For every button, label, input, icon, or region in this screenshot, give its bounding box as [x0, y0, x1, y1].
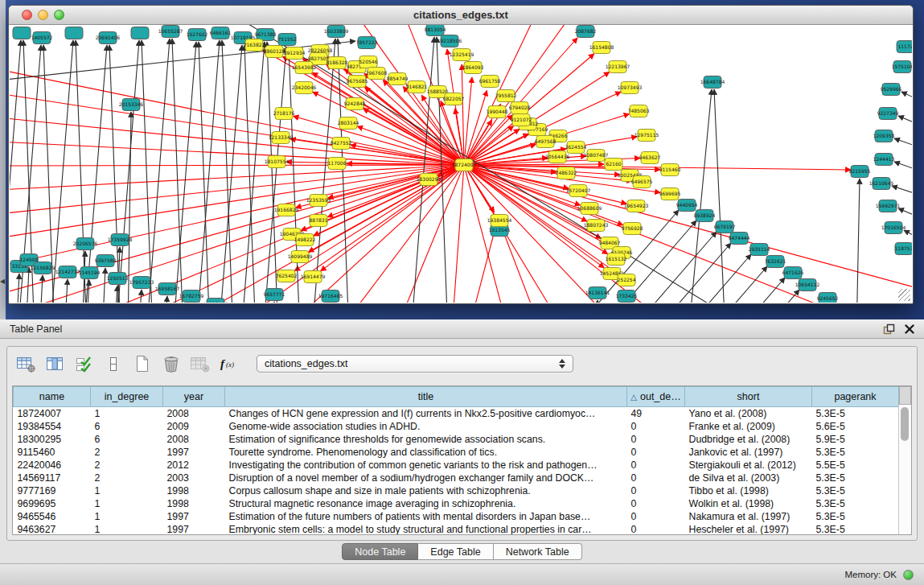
table-cell[interactable]: 0 — [627, 523, 685, 535]
graph-node[interactable]: 1527602 — [187, 29, 208, 41]
table-cell[interactable]: 0 — [627, 472, 685, 484]
table-cell[interactable]: 0 — [627, 484, 685, 497]
table-cell[interactable]: 1997 — [163, 523, 225, 535]
graph-node[interactable]: 1615132 — [606, 253, 627, 266]
column-header-out_de[interactable]: △out_de… — [627, 387, 685, 407]
table-cell[interactable]: 0 — [627, 420, 685, 433]
window-close-button[interactable] — [22, 10, 32, 20]
table-cell[interactable]: 18724007 — [14, 407, 91, 421]
tab-network-table[interactable]: Network Table — [494, 543, 582, 560]
graph-node[interactable]: 9440954 — [676, 200, 698, 212]
graph-node[interactable]: 16543982 — [292, 62, 317, 74]
graph-node[interactable]: 6961758 — [479, 76, 501, 88]
table-cell[interactable]: 9465546 — [14, 510, 91, 523]
column-header-short[interactable]: short — [685, 387, 812, 407]
graph-node[interactable]: 10655287 — [158, 26, 183, 38]
table-cell[interactable]: 0 — [627, 497, 685, 510]
table-cell[interactable]: 1 — [91, 407, 163, 421]
table-cell[interactable]: 0 — [627, 446, 685, 459]
graph-node[interactable]: 23420046 — [292, 82, 317, 94]
graph-node[interactable]: 17359928 — [108, 234, 133, 246]
graph-node[interactable]: 18724007 — [452, 159, 477, 171]
table-cell[interactable]: 49 — [627, 407, 685, 421]
graph-node[interactable]: 16958167 — [155, 283, 180, 295]
table-scrollbar[interactable] — [898, 405, 911, 534]
select-columns-button[interactable] — [73, 353, 95, 374]
graph-node[interactable]: 8215955 — [849, 166, 871, 178]
graph-node[interactable]: 12156829 — [31, 262, 55, 274]
graph-node[interactable] — [65, 27, 83, 39]
graph-node[interactable]: 7163822 — [244, 39, 265, 51]
table-cell[interactable]: 0 — [627, 459, 685, 472]
graph-node[interactable]: 10688609 — [577, 203, 602, 215]
table-cell[interactable]: 1 — [91, 484, 163, 497]
table-cell[interactable]: Yano et al. (2008) — [685, 407, 812, 421]
table-cell[interactable]: 19384554 — [14, 420, 91, 433]
table-cell[interactable]: 2 — [91, 446, 163, 459]
graph-node[interactable]: 16154808 — [589, 42, 614, 54]
tab-edge-table[interactable]: Edge Table — [418, 543, 493, 560]
panel-collapse-arrow-icon[interactable]: ◀ — [0, 278, 5, 285]
graph-node[interactable]: 62160 — [605, 159, 622, 171]
graph-node[interactable]: 10973493 — [618, 82, 643, 94]
graph-node[interactable]: 9146821 — [406, 81, 428, 93]
table-cell[interactable]: 9115460 — [14, 446, 91, 459]
table-cell[interactable]: Embryonic stem cells: a model to study s… — [225, 523, 627, 535]
network-graph-canvas[interactable]: 1405572206914061065528715276026466161107… — [10, 25, 912, 303]
table-row[interactable]: 2242004622012Investigating the contribut… — [14, 459, 899, 472]
graph-node[interactable]: 118753 — [895, 243, 912, 255]
table-cell[interactable]: 5.3E-5 — [812, 484, 899, 497]
table-cell[interactable]: Genome-wide association studies in ADHD. — [225, 420, 627, 433]
graph-node[interactable]: 6496575 — [631, 176, 653, 188]
close-panel-icon[interactable] — [905, 324, 914, 334]
import-table-button[interactable] — [189, 353, 211, 374]
graph-node[interactable]: 8813054 — [425, 25, 446, 36]
graph-node[interactable]: 1498222 — [294, 234, 316, 246]
graph-node[interactable]: 14136141 — [585, 287, 610, 299]
tab-node-table[interactable]: Node Table — [342, 543, 418, 560]
column-header-year[interactable]: year — [163, 387, 225, 407]
table-cell[interactable]: Tourette syndrome. Phenomenology and cla… — [225, 446, 627, 459]
graph-node[interactable]: 2935114 — [749, 244, 770, 256]
table-cell[interactable]: Franke et al. (2009) — [685, 420, 812, 433]
table-cell[interactable]: Estimation of significance thresholds fo… — [225, 433, 627, 446]
table-cell[interactable]: Dudbridge et al. (2008) — [685, 433, 812, 446]
graph-node[interactable]: 9657771 — [264, 289, 285, 301]
graph-node[interactable]: 6794028 — [509, 102, 531, 114]
table-row[interactable]: 977716911998Corpus callosum shape and si… — [14, 484, 899, 497]
table-row[interactable]: 1456911722003Disruption of a novel membe… — [14, 472, 899, 484]
delete-table-button[interactable] — [160, 353, 182, 374]
function-builder-button[interactable]: f (x) — [218, 353, 240, 374]
graph-node[interactable]: 9242848 — [344, 98, 366, 110]
graph-node[interactable]: 9675685 — [347, 76, 368, 88]
graph-node[interactable]: 19218506 — [437, 35, 462, 47]
graph-node[interactable]: 9529966 — [881, 84, 902, 96]
graph-node[interactable]: 1405572 — [31, 32, 53, 44]
graph-node[interactable] — [131, 27, 149, 39]
graph-node[interactable]: 8912934 — [284, 47, 306, 60]
table-cell[interactable]: 5.9E-5 — [812, 433, 899, 446]
graph-node[interactable]: 16210645 — [869, 178, 894, 190]
table-cell[interactable]: 2008 — [163, 433, 225, 446]
table-cell[interactable]: Nakamura et al. (1997) — [685, 510, 812, 523]
graph-node[interactable]: 9699695 — [659, 188, 681, 200]
table-row[interactable]: 946362711997Embryonic stem cells: a mode… — [14, 523, 899, 535]
graph-node[interactable]: 19654923 — [624, 200, 649, 212]
table-cell[interactable]: 1 — [91, 510, 163, 523]
graph-node[interactable]: 7486322 — [556, 167, 577, 179]
table-cell[interactable]: 14569117 — [14, 472, 91, 484]
graph-node[interactable]: 8938924 — [694, 210, 716, 222]
graph-node[interactable]: 3624554 — [565, 142, 587, 154]
graph-node[interactable]: 17957233 — [129, 277, 154, 289]
graph-node[interactable]: 9397588 — [95, 255, 117, 267]
table-cell[interactable]: Jankovic et al. (1997) — [685, 446, 812, 459]
table-cell[interactable]: 5.3E-5 — [812, 472, 899, 484]
graph-node[interactable]: 15992971 — [876, 200, 901, 212]
graph-node[interactable]: 9227349 — [877, 108, 899, 120]
table-row[interactable]: 1830029562008Estimation of significance … — [14, 433, 899, 446]
table-cell[interactable]: 6 — [91, 433, 163, 446]
window-minimize-button[interactable] — [38, 10, 48, 20]
graph-node[interactable]: 6497568 — [535, 136, 556, 148]
graph-node[interactable]: 8427552 — [331, 138, 352, 150]
table-cell[interactable]: 2 — [91, 459, 163, 472]
